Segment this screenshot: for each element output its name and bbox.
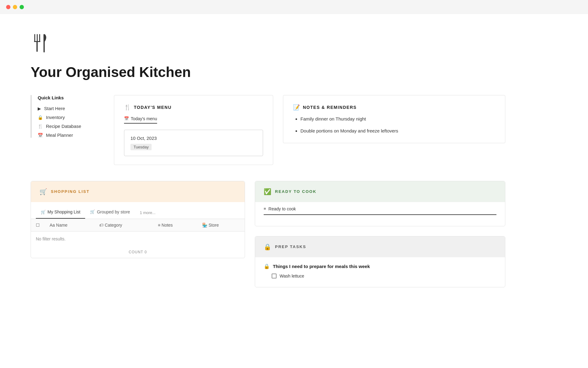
quick-link-label: Start Here [44,106,65,111]
play-icon: ▶ [38,106,41,111]
cart-small-icon: 🛒 [41,210,46,214]
quick-link-inventory[interactable]: 🔒 Inventory [38,115,104,120]
col-checkbox: ☐ [31,219,45,232]
notes-reminders-title: NOTES & REMINDERS [303,105,357,110]
col-notes: ≡ Notes [153,219,197,232]
quick-links-heading: Quick Links [38,95,104,100]
prep-tasks-header: 🔒 PREP TASKS [255,236,505,257]
rtc-tab-label: Ready to cook [269,206,296,211]
prep-task-item: 🔒 Things I need to prepare for meals thi… [255,257,505,287]
ready-to-cook-content: ≡ Ready to cook [255,202,505,226]
no-results-row: No filter results. [31,231,245,246]
checklist-item-1: Wash lettuce [272,274,496,278]
minimize-dot[interactable] [13,5,17,9]
shopping-table: ☐ Aa Name 🏷 Category ≡ [31,219,245,246]
svg-rect-0 [34,34,35,42]
tab-label-2: Grouped by store [97,209,130,214]
no-results-text: No filter results. [31,232,245,246]
ready-to-cook-header: ✅ READY TO COOK [255,181,505,202]
prep-task-title-text: Things I need to prepare for meals this … [273,264,370,269]
calendar-small-icon: 📅 [124,116,129,121]
prep-task-title-row: 🔒 Things I need to prepare for meals thi… [264,263,496,269]
prep-tasks-title: PREP TASKS [275,244,306,249]
quick-links-list: ▶ Start Here 🔒 Inventory 🍴 Recipe Databa… [38,106,104,138]
todays-menu-title: TODAY'S MENU [134,105,172,110]
app-icon [31,33,505,56]
ready-to-cook-panel: ✅ READY TO COOK ≡ Ready to cook [255,181,505,226]
svg-rect-2 [39,34,40,42]
shopping-list-panel: 🛒 SHOPPING LIST 🛒 My Shopping List 🛒 Gro… [31,181,245,258]
date-box: 10 Oct, 2023 Tuesday [124,130,263,156]
titlebar [0,0,588,14]
cart-icon: 🛒 [40,188,47,195]
menu-tab-label: Today's menu [131,116,157,121]
col-store: 🏪 Store [197,219,245,232]
top-section: Quick Links ▶ Start Here 🔒 Inventory 🍴 R… [31,95,505,165]
count-value: 0 [145,250,147,254]
quick-link-label: Meal Planner [46,132,73,138]
svg-rect-4 [36,41,38,52]
fork-icon: 🍴 [124,104,131,111]
calendar-icon: 📅 [38,133,43,138]
checkbox-icon: ☐ [36,223,40,228]
quick-link-label: Recipe Database [46,124,81,129]
tab-label: My Shopping List [47,209,80,214]
page-title: Your Organised Kitchen [31,64,505,80]
svg-rect-5 [43,34,45,52]
ready-to-cook-tab[interactable]: ≡ Ready to cook [264,202,496,215]
tab-my-shopping-list[interactable]: 🛒 My Shopping List [36,207,85,219]
todays-menu-header: 🍴 TODAY'S MENU [124,104,263,111]
prep-tasks-panel: 🔒 PREP TASKS 🔒 Things I need to prepare … [255,236,505,287]
name-col-icon: Aa [50,223,56,228]
note-item-1: Family dinner on Thursday night [300,116,495,123]
quick-links-panel: Quick Links ▶ Start Here 🔒 Inventory 🍴 R… [31,95,104,138]
lock-icon: 🔒 [38,115,43,120]
check-circle-icon: ✅ [264,188,271,195]
menu-tab[interactable]: 📅 Today's menu [124,116,157,124]
fullscreen-dot[interactable] [20,5,24,9]
list-icon: ≡ [264,206,266,211]
quick-link-label: Inventory [46,115,65,120]
count-label: COUNT [129,250,143,254]
fork-knife-icon: 🍴 [38,124,43,129]
quick-link-start-here[interactable]: ▶ Start Here [38,106,104,111]
shopping-list-tabs: 🛒 My Shopping List 🛒 Grouped by store 1 … [31,202,245,219]
close-dot[interactable] [6,5,10,9]
col-category: 🏷 Category [94,219,153,232]
shopping-list-header: 🛒 SHOPPING LIST [31,181,245,202]
quick-link-meal-planner[interactable]: 📅 Meal Planner [38,132,104,138]
main-content: Your Organised Kitchen Quick Links ▶ Sta… [0,14,536,306]
table-header-row: ☐ Aa Name 🏷 Category ≡ [31,219,245,232]
lock-prep-icon: 🔒 [264,243,271,251]
notes-reminders-card: 📝 NOTES & REMINDERS Family dinner on Thu… [283,95,505,143]
notes-col-icon: ≡ [158,223,161,228]
prep-task-icon: 🔒 [264,263,270,269]
todays-menu-card: 🍴 TODAY'S MENU 📅 Today's menu 10 Oct, 20… [114,95,273,165]
tab-grouped-by-store[interactable]: 🛒 Grouped by store [85,207,135,219]
shopping-list-title: SHOPPING LIST [51,189,89,194]
count-row: COUNT 0 [31,246,245,258]
bottom-section: 🛒 SHOPPING LIST 🛒 My Shopping List 🛒 Gro… [31,181,505,287]
svg-rect-1 [37,34,38,42]
ready-to-cook-title: READY TO COOK [275,189,316,194]
notes-reminders-header: 📝 NOTES & REMINDERS [293,104,495,111]
quick-link-recipe-db[interactable]: 🍴 Recipe Database [38,124,104,129]
checklist-label-1: Wash lettuce [280,274,304,278]
category-col-icon: 🏷 [99,223,105,228]
note-item-2: Double portions on Monday and freeze lef… [300,128,495,135]
notes-icon: 📝 [293,104,300,111]
notes-list: Family dinner on Thursday night Double p… [293,116,495,134]
right-panel: ✅ READY TO COOK ≡ Ready to cook 🔒 PREP T… [255,181,505,287]
date-text: 10 Oct, 2023 [130,136,257,141]
store-col-icon: 🏪 [202,223,209,228]
checkbox-wash-lettuce[interactable] [272,274,277,278]
col-name: Aa Name [45,219,94,232]
more-tabs[interactable]: 1 more... [135,208,160,217]
shopping-panel-outer: 🛒 SHOPPING LIST 🛒 My Shopping List 🛒 Gro… [31,181,245,258]
day-badge: Tuesday [130,144,152,150]
cart-small-icon-2: 🛒 [90,209,95,214]
